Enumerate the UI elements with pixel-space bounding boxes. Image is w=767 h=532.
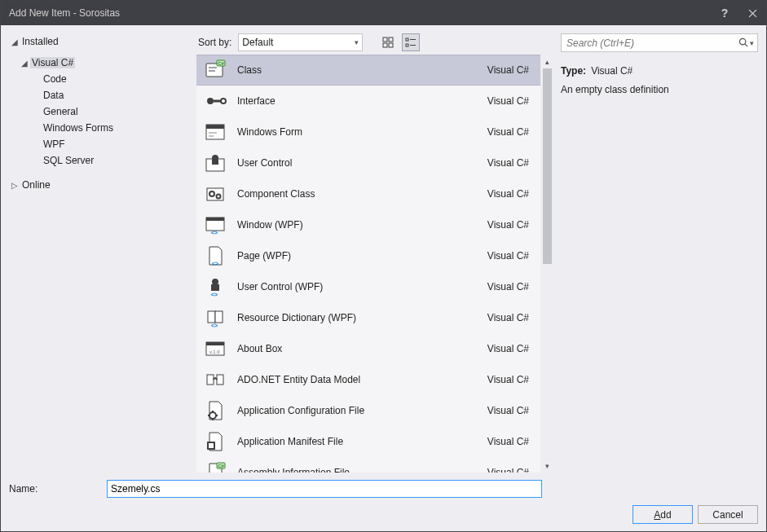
page-wpf-icon (203, 244, 227, 268)
template-lang: Visual C# (487, 343, 534, 354)
template-item[interactable]: Assembly Information FileVisual C# (196, 457, 540, 473)
dialog-window: Add New Item - Sorositas ? ◢ Installed ◢… (0, 0, 767, 532)
winform-icon (203, 120, 227, 144)
view-list-button[interactable] (402, 33, 420, 51)
tree-cat-code[interactable]: Code (9, 71, 193, 87)
expand-icon: ▷ (9, 181, 20, 190)
template-item[interactable]: Component ClassVisual C# (196, 178, 540, 209)
tree-lang-csharp[interactable]: ◢ Visual C# (9, 55, 193, 71)
template-item[interactable]: Page (WPF)Visual C# (196, 240, 540, 271)
name-input[interactable] (107, 480, 542, 498)
svg-rect-3 (389, 37, 393, 42)
template-name: User Control (237, 157, 487, 169)
add-button[interactable]: Add (633, 505, 693, 524)
svg-rect-8 (406, 44, 408, 46)
template-lang: Visual C# (487, 188, 534, 200)
template-item[interactable]: User Control (WPF)Visual C# (196, 271, 540, 302)
view-tiles-button[interactable] (379, 33, 397, 51)
tree-cat-sqlserver[interactable]: SQL Server (9, 152, 193, 169)
template-lang: Visual C# (487, 126, 534, 138)
collapse-icon: ◢ (19, 59, 30, 68)
resdict-icon (203, 306, 227, 330)
tree-installed[interactable]: ◢ Installed (9, 33, 193, 50)
description-text: An empty class definition (561, 82, 758, 98)
close-button[interactable] (738, 1, 766, 25)
scroll-up-button[interactable]: ▴ (540, 55, 554, 68)
template-lang: Visual C# (487, 95, 534, 107)
template-item[interactable]: Resource Dictionary (WPF)Visual C# (196, 302, 540, 333)
template-list[interactable]: ClassVisual C#InterfaceVisual C#Windows … (196, 55, 540, 473)
template-lang: Visual C# (487, 157, 534, 169)
component-icon (203, 182, 227, 206)
name-label: Name: (9, 483, 107, 495)
template-lang: Visual C# (487, 281, 534, 292)
tree-cat-wpf[interactable]: WPF (9, 136, 193, 152)
template-lang: Visual C# (487, 405, 534, 416)
chevron-down-icon: ▾ (355, 38, 359, 46)
tiles-icon (382, 37, 394, 48)
template-lang: Visual C# (487, 312, 534, 323)
template-lang: Visual C# (487, 64, 534, 76)
template-name: Application Configuration File (237, 405, 487, 416)
class-icon (203, 58, 227, 82)
search-input[interactable] (565, 34, 738, 51)
template-item[interactable]: Application Manifest FileVisual C# (196, 426, 540, 457)
usercontrol-icon (203, 151, 227, 175)
template-item[interactable]: Window (WPF)Visual C# (196, 209, 540, 240)
template-item[interactable]: Application Configuration FileVisual C# (196, 395, 540, 426)
help-button[interactable]: ? (711, 1, 738, 25)
manifest-icon (203, 429, 227, 454)
type-label: Type: (561, 64, 586, 79)
tree-online[interactable]: ▷ Online (9, 177, 193, 193)
template-name: Interface (237, 95, 487, 107)
sort-value: Default (242, 37, 273, 48)
template-name: About Box (237, 343, 487, 354)
category-tree: ◢ Installed ◢ Visual C# Code Data Genera… (9, 33, 196, 473)
scrollbar[interactable]: ▴ ▾ (540, 55, 554, 473)
search-button[interactable]: ▾ (738, 37, 754, 48)
template-name: Assembly Information File (237, 467, 487, 473)
template-name: Class (237, 64, 487, 76)
interface-icon (203, 89, 227, 113)
cancel-button[interactable]: Cancel (698, 505, 758, 524)
svg-rect-6 (406, 38, 408, 41)
details-pane: ▾ Type: Visual C# An empty class definit… (554, 33, 758, 473)
sort-dropdown[interactable]: Default ▾ (238, 33, 363, 51)
about-icon (203, 336, 227, 361)
type-value: Visual C# (591, 64, 633, 79)
template-description: Type: Visual C# An empty class definitio… (561, 64, 758, 98)
svg-line-11 (745, 44, 747, 46)
template-name: User Control (WPF) (237, 281, 487, 292)
template-item[interactable]: ADO.NET Entity Data ModelVisual C# (196, 364, 540, 395)
list-icon (405, 37, 417, 48)
template-item[interactable]: About BoxVisual C# (196, 333, 540, 364)
template-lang: Visual C# (487, 436, 534, 447)
template-name: Component Class (237, 188, 487, 200)
template-item[interactable]: ClassVisual C# (196, 55, 540, 86)
asm-icon (203, 460, 227, 473)
sort-label: Sort by: (198, 37, 231, 48)
search-icon (738, 37, 749, 48)
uc-wpf-icon (203, 275, 227, 299)
search-box[interactable]: ▾ (561, 33, 758, 52)
template-name: Resource Dictionary (WPF) (237, 312, 487, 323)
collapse-icon: ◢ (9, 37, 20, 46)
tree-cat-data[interactable]: Data (9, 87, 193, 103)
tree-cat-winforms[interactable]: Windows Forms (9, 120, 193, 136)
svg-point-10 (739, 38, 745, 44)
template-name: Windows Form (237, 126, 487, 138)
dialog-buttons: Add Cancel (9, 505, 758, 525)
scroll-down-button[interactable]: ▾ (540, 459, 554, 473)
window-wpf-icon (203, 213, 227, 237)
title-bar: Add New Item - Sorositas ? (1, 1, 766, 25)
template-item[interactable]: InterfaceVisual C# (196, 86, 540, 117)
ado-icon (203, 367, 227, 392)
template-lang: Visual C# (487, 374, 534, 385)
appconfig-icon (203, 398, 227, 423)
template-item[interactable]: User ControlVisual C# (196, 147, 540, 178)
chevron-down-icon: ▾ (750, 39, 754, 47)
tree-cat-general[interactable]: General (9, 103, 193, 120)
template-lang: Visual C# (487, 250, 534, 262)
scroll-thumb[interactable] (543, 68, 552, 264)
template-item[interactable]: Windows FormVisual C# (196, 117, 540, 147)
